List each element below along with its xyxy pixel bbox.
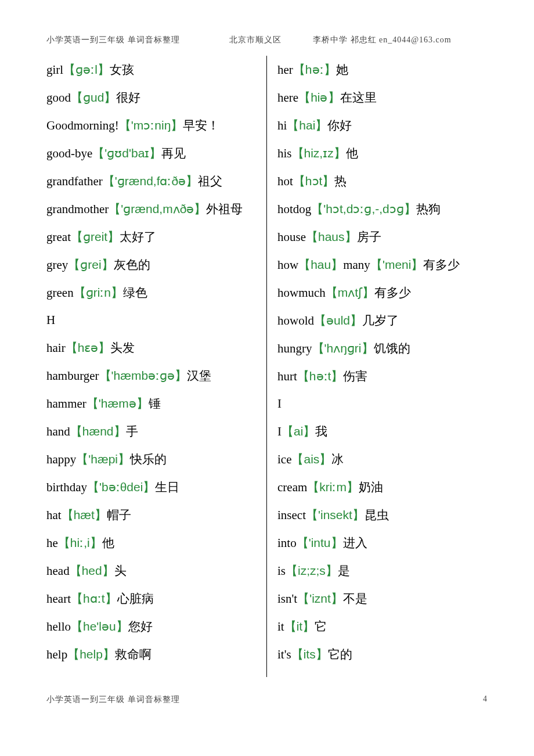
entry-word: hair <box>46 341 66 355</box>
entry-translation: 在这里 <box>340 91 377 105</box>
entry-phonetic: 【'intu】 <box>297 536 343 549</box>
vocab-entry: is【iz;z;s】是 <box>277 557 488 585</box>
vocab-entry: he【hiː,i】他 <box>46 529 256 557</box>
entry-phonetic: 【ai】 <box>282 424 315 438</box>
entry-phonetic: 【hiə】 <box>298 91 340 104</box>
vocab-entry: girl【ɡəːl】女孩 <box>46 56 256 84</box>
entry-translation: 帽子 <box>107 508 131 522</box>
entry-phonetic: 【həː】 <box>293 63 336 76</box>
entry-word: happy <box>46 452 76 466</box>
entry-translation: 心脏病 <box>117 592 154 606</box>
vocab-entry: good-bye【'ɡʊd'baɪ】再见 <box>46 139 256 167</box>
vocab-entry: happy【'hæpi】快乐的 <box>46 445 256 473</box>
vocab-entry: head【hed】头 <box>46 557 256 585</box>
vocab-entry: howmuch【mʌtʃ】有多少 <box>277 279 488 307</box>
entry-translation: 伤害 <box>343 369 367 383</box>
page-footer: 小学英语一到三年级 单词音标整理 4 <box>46 694 488 705</box>
entry-phonetic: 【hɛə】 <box>66 341 111 354</box>
entry-translation: 生日 <box>155 480 179 494</box>
vocab-entry: hotdog【'hɔt,dɔːɡ,-,dɔɡ】热狗 <box>277 195 488 223</box>
entry-translation: 是 <box>338 564 350 578</box>
entry-translation: 头 <box>114 564 127 578</box>
left-column: girl【ɡəːl】女孩good【ɡud】很好Goodmorning!【'mɔː… <box>46 56 267 677</box>
entry-translation: 头发 <box>110 341 135 355</box>
entry-word: house <box>277 230 306 244</box>
entry-word: heart <box>46 592 71 606</box>
entry-word: her <box>277 63 293 77</box>
vocab-entry: hello【he'ləu】您好 <box>46 613 256 640</box>
vocab-entry: insect【'insekt】昆虫 <box>277 501 488 529</box>
entry-word: grandmother <box>46 202 109 216</box>
vocab-entry: his【hiz,ɪz】他 <box>277 139 488 167</box>
section-letter: I <box>277 390 488 417</box>
vocab-entry: hurt【həːt】伤害 <box>277 362 488 390</box>
entry-translation: 有多少 <box>423 258 460 272</box>
entry-word: he <box>46 536 58 550</box>
vocab-entry: it【it】它 <box>277 613 488 640</box>
entry-phonetic: 【ɡreit】 <box>71 230 120 243</box>
entry-phonetic: 【'hæmə】 <box>86 397 149 410</box>
vocab-entry: grandfather【'ɡrænd,fɑːðə】祖父 <box>46 167 256 195</box>
entry-phonetic: 【'iznt】 <box>297 592 343 605</box>
vocab-entry: house【haus】房子 <box>277 223 488 251</box>
entry-translation: 房子 <box>357 230 381 244</box>
entry-word: hurt <box>277 369 297 383</box>
entry-mid-word: many <box>343 258 370 272</box>
vocab-entry: hot【hɔt】热 <box>277 167 488 195</box>
entry-phonetic: 【'ɡrænd,fɑːðə】 <box>103 174 198 188</box>
entry-translation: 几岁了 <box>362 314 399 327</box>
entry-word: howmuch <box>277 286 326 300</box>
entry-word: head <box>46 564 70 578</box>
entry-phonetic: 【its】 <box>291 647 328 661</box>
vocab-entry: hamburger【'hæmbəːɡə】汉堡 <box>46 362 256 390</box>
vocab-entry: heart【hɑːt】心脏病 <box>46 585 256 613</box>
entry-phonetic-2: 【'meni】 <box>370 258 424 271</box>
entry-phonetic: 【hiz,ɪz】 <box>292 146 346 160</box>
header-title-mid: 北京市顺义区 <box>229 35 311 45</box>
entry-translation: 它 <box>315 620 327 633</box>
entry-phonetic: 【ɡəːl】 <box>63 63 110 76</box>
entry-translation: 祖父 <box>198 174 222 188</box>
entry-phonetic: 【hænd】 <box>70 424 126 438</box>
document-page: 小学英语一到三年级 单词音标整理 北京市顺义区 李桥中学 祁忠红 en_4044… <box>0 0 534 728</box>
entry-word: hotdog <box>277 202 311 216</box>
entry-translation: 救命啊 <box>115 647 151 661</box>
vocab-entry: hungry【'hʌŋɡri】饥饿的 <box>277 334 488 362</box>
entry-word: help <box>46 647 67 661</box>
vocab-entry: how【hau】many【'meni】有多少 <box>277 251 488 279</box>
entry-phonetic: 【it】 <box>284 620 315 633</box>
entry-word: insect <box>277 508 306 522</box>
vocab-entry: her【həː】她 <box>277 56 488 84</box>
entry-phonetic: 【mʌtʃ】 <box>326 286 374 299</box>
entry-phonetic: 【hed】 <box>70 564 114 577</box>
vocab-entry: into【'intu】进入 <box>277 529 488 557</box>
entry-translation: 快乐的 <box>130 452 167 466</box>
vocab-entry: birthday【'bəːθdei】生日 <box>46 473 256 501</box>
entry-word: hello <box>46 620 71 633</box>
entry-phonetic: 【hau】 <box>298 258 343 271</box>
vocab-entry: isn't【'iznt】不是 <box>277 585 488 613</box>
vocab-entry: Goodmorning!【'mɔːniŋ】早安！ <box>46 111 256 139</box>
vocab-entry: good【ɡud】很好 <box>46 84 256 111</box>
entry-translation: 汉堡 <box>187 369 211 383</box>
entry-translation: 冰 <box>331 452 344 466</box>
entry-phonetic: 【help】 <box>67 647 115 661</box>
entry-translation: 他 <box>346 146 358 160</box>
entry-word: here <box>277 91 298 105</box>
entry-word: hi <box>277 118 287 132</box>
entry-word: girl <box>46 63 63 77</box>
entry-phonetic: 【ɡriːn】 <box>74 286 123 299</box>
vocab-entry: howold【əuld】几岁了 <box>277 307 488 334</box>
entry-phonetic: 【'mɔːniŋ】 <box>119 118 183 132</box>
entry-translation: 手 <box>126 424 138 438</box>
entry-word: hand <box>46 424 70 438</box>
entry-word: hot <box>277 174 293 188</box>
vocab-entry: hammer【'hæmə】锤 <box>46 390 256 417</box>
entry-word: into <box>277 536 297 550</box>
entry-phonetic: 【he'ləu】 <box>71 620 128 633</box>
entry-phonetic: 【hiː,i】 <box>58 536 102 549</box>
entry-word: cream <box>277 480 307 494</box>
entry-word: ice <box>277 452 291 466</box>
entry-word: is <box>277 564 286 578</box>
entry-translation: 奶油 <box>359 480 383 494</box>
